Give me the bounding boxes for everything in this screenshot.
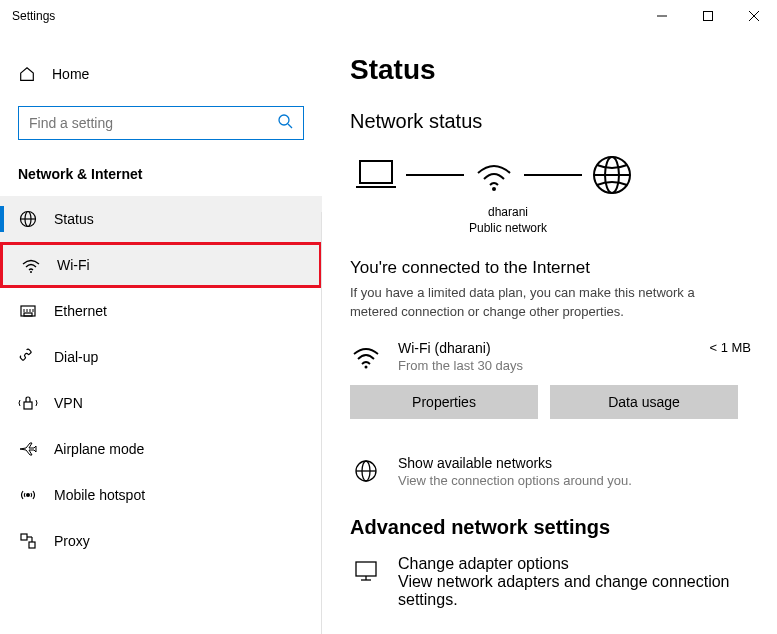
svg-rect-19 (29, 542, 35, 548)
sidebar-item-label: Status (54, 211, 94, 227)
sidebar-item-label: Dial-up (54, 349, 98, 365)
sidebar-item-label: Mobile hotspot (54, 487, 145, 503)
minimize-button[interactable] (639, 0, 685, 32)
dialup-icon (18, 347, 38, 367)
window-title: Settings (12, 9, 55, 23)
sidebar-item-label: Wi-Fi (57, 257, 90, 273)
svg-point-24 (492, 187, 496, 191)
sidebar-item-status[interactable]: Status (0, 196, 322, 242)
sidebar-item-vpn[interactable]: VPN (0, 380, 322, 426)
airplane-icon (18, 439, 38, 459)
connected-desc: If you have a limited data plan, you can… (350, 284, 730, 322)
data-usage-button[interactable]: Data usage (550, 385, 738, 419)
proxy-icon (18, 531, 38, 551)
adapter-options-label: Change adapter options (398, 555, 777, 573)
properties-button[interactable]: Properties (350, 385, 538, 419)
adapter-options-desc: View network adapters and change connect… (398, 573, 777, 609)
sidebar-item-hotspot[interactable]: Mobile hotspot (0, 472, 322, 518)
status-icon (18, 209, 38, 229)
computer-icon (354, 153, 398, 197)
ethernet-icon (18, 301, 38, 321)
advanced-heading: Advanced network settings (350, 516, 777, 539)
connection-name: Wi-Fi (dharani) (398, 340, 523, 356)
search-icon (277, 113, 293, 133)
sidebar-item-dialup[interactable]: Dial-up (0, 334, 322, 380)
sidebar-item-proxy[interactable]: Proxy (0, 518, 322, 564)
show-available-networks[interactable]: Show available networks View the connect… (350, 455, 777, 488)
sidebar-item-label: Ethernet (54, 303, 107, 319)
adapter-icon (350, 555, 382, 587)
window-controls (639, 0, 777, 32)
svg-rect-22 (360, 161, 392, 183)
wifi-icon (21, 255, 41, 275)
available-networks-label: Show available networks (398, 455, 632, 471)
svg-rect-1 (704, 12, 713, 21)
wifi-icon (350, 340, 382, 372)
vpn-icon (18, 393, 38, 413)
connection-usage: < 1 MB (709, 340, 777, 355)
search-field[interactable] (29, 115, 277, 131)
svg-point-9 (30, 271, 32, 273)
sidebar-item-wifi[interactable]: Wi-Fi (0, 242, 322, 288)
svg-point-17 (26, 493, 30, 497)
sidebar-home-label: Home (52, 66, 89, 82)
available-networks-desc: View the connection options around you. (398, 473, 632, 488)
svg-point-28 (365, 365, 368, 368)
home-icon (18, 65, 36, 83)
connection-period: From the last 30 days (398, 358, 523, 373)
sidebar-item-label: VPN (54, 395, 83, 411)
hotspot-icon (18, 485, 38, 505)
sidebar-home[interactable]: Home (0, 56, 322, 92)
main-content: Status Network status dharani (322, 32, 777, 634)
sidebar-section-title: Network & Internet (0, 140, 322, 196)
change-adapter-options[interactable]: Change adapter options View network adap… (350, 555, 777, 609)
page-title: Status (350, 54, 777, 86)
svg-line-5 (288, 124, 292, 128)
sidebar: Home Network & Internet Status (0, 32, 322, 634)
svg-rect-18 (21, 534, 27, 540)
globe-icon (350, 455, 382, 487)
maximize-button[interactable] (685, 0, 731, 32)
svg-point-4 (279, 115, 289, 125)
svg-rect-11 (24, 313, 32, 316)
wifi-icon (472, 153, 516, 197)
sidebar-item-label: Proxy (54, 533, 90, 549)
sidebar-item-airplane[interactable]: Airplane mode (0, 426, 322, 472)
diagram-caption: dharani Public network (458, 205, 558, 236)
sidebar-item-label: Airplane mode (54, 441, 144, 457)
diagram-network-type: Public network (458, 221, 558, 237)
svg-rect-32 (356, 562, 376, 576)
close-button[interactable] (731, 0, 777, 32)
sidebar-item-ethernet[interactable]: Ethernet (0, 288, 322, 334)
connected-title: You're connected to the Internet (350, 258, 777, 278)
search-input[interactable] (18, 106, 304, 140)
globe-icon (590, 153, 634, 197)
diagram-ssid: dharani (458, 205, 558, 221)
network-status-heading: Network status (350, 110, 777, 133)
svg-rect-16 (24, 402, 32, 409)
network-diagram (350, 153, 777, 197)
